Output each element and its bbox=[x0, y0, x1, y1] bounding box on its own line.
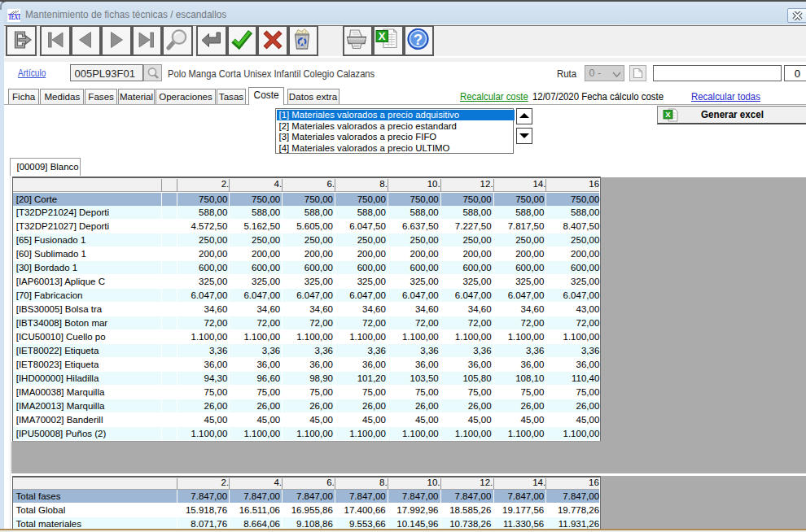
svg-text:?: ? bbox=[414, 31, 423, 48]
svg-text:X: X bbox=[379, 30, 386, 42]
